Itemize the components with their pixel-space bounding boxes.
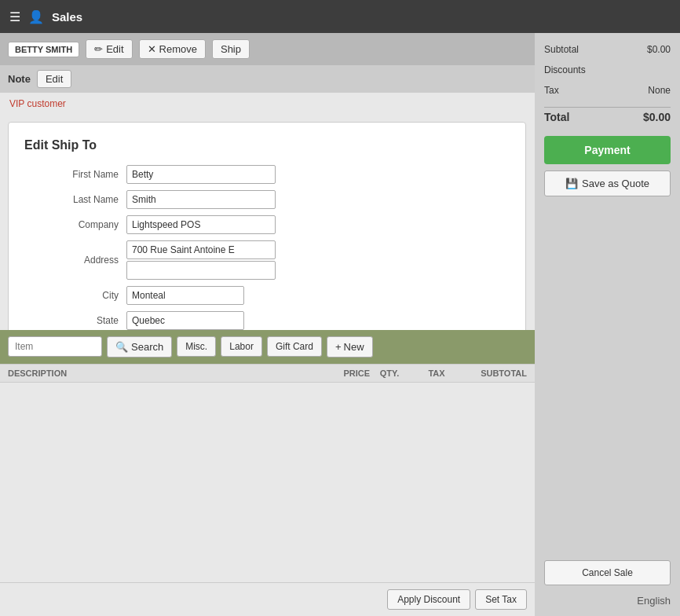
pencil-icon: ✏ — [94, 43, 103, 55]
company-row: Company — [24, 215, 510, 234]
remove-customer-label: Remove — [159, 43, 197, 55]
subtotal-value: $0.00 — [647, 44, 671, 55]
modal-title: Edit Ship To — [24, 138, 510, 152]
table-header: DESCRIPTION PRICE QTY. TAX SUBTOTAL — [0, 364, 535, 383]
edit-note-button[interactable]: Edit — [37, 70, 71, 88]
city-row: City — [24, 286, 510, 305]
labor-button[interactable]: Labor — [221, 336, 262, 357]
apply-discount-button[interactable]: Apply Discount — [387, 589, 470, 610]
search-button[interactable]: 🔍 Search — [107, 336, 172, 358]
right-spacer — [544, 203, 671, 554]
subtotal-label: Subtotal — [544, 44, 579, 55]
address-row: Address — [24, 240, 510, 280]
vip-text: VIP customer — [9, 98, 66, 109]
last-name-input[interactable] — [126, 190, 276, 209]
hamburger-icon[interactable]: ☰ — [9, 9, 20, 24]
save-quote-label: Save as Quote — [582, 178, 649, 189]
edit-ship-to-modal: Edit Ship To First Name Last Name Compan… — [8, 122, 526, 330]
action-row: Apply Discount Set Tax — [0, 582, 535, 616]
plus-icon: + — [335, 341, 342, 353]
company-input[interactable] — [126, 215, 276, 234]
ship-button[interactable]: Ship — [212, 39, 250, 59]
col-description: DESCRIPTION — [8, 368, 323, 378]
gift-card-button[interactable]: Gift Card — [267, 336, 322, 357]
misc-button[interactable]: Misc. — [177, 336, 216, 357]
search-icon: 🔍 — [115, 341, 128, 353]
last-name-label: Last Name — [24, 194, 119, 205]
note-section: Note Edit — [0, 65, 535, 93]
address-line1-input[interactable] — [126, 240, 276, 259]
right-panel: Subtotal $0.00 Discounts Tax None Total … — [535, 33, 680, 616]
main-layout: BETTY SMITH ✏ Edit ✕ Remove Ship Note Ed… — [0, 33, 680, 616]
address-line2-input[interactable] — [126, 261, 276, 280]
state-label: State — [24, 315, 119, 326]
note-label: Note — [8, 73, 31, 85]
company-label: Company — [24, 219, 119, 230]
city-input[interactable] — [126, 286, 244, 305]
last-name-row: Last Name — [24, 190, 510, 209]
left-panel: BETTY SMITH ✏ Edit ✕ Remove Ship Note Ed… — [0, 33, 535, 616]
col-qty: QTY. — [370, 368, 409, 378]
city-label: City — [24, 290, 119, 301]
address-label: Address — [24, 255, 119, 266]
subtotal-row: Subtotal $0.00 — [544, 42, 671, 57]
customer-bar: BETTY SMITH ✏ Edit ✕ Remove Ship — [0, 33, 535, 65]
edit-customer-label: Edit — [106, 43, 123, 55]
user-icon: 👤 — [28, 9, 44, 24]
customer-badge: BETTY SMITH — [8, 42, 79, 57]
first-name-input[interactable] — [126, 165, 276, 184]
col-price: PRICE — [323, 368, 370, 378]
new-label: New — [344, 341, 364, 353]
tax-label: Tax — [544, 85, 559, 96]
remove-customer-button[interactable]: ✕ Remove — [139, 39, 206, 59]
state-input[interactable] — [126, 311, 244, 330]
new-button[interactable]: + New — [327, 336, 373, 358]
total-value: $0.00 — [643, 111, 671, 123]
state-row: State — [24, 311, 510, 330]
set-tax-button[interactable]: Set Tax — [475, 589, 527, 610]
cancel-sale-button[interactable]: Cancel Sale — [544, 560, 671, 585]
floppy-icon: 💾 — [565, 178, 578, 189]
language-label: English — [637, 595, 671, 607]
col-subtotal: SUBTOTAL — [464, 368, 527, 378]
remove-icon: ✕ — [148, 43, 156, 55]
top-bar: ☰ 👤 Sales — [0, 0, 680, 33]
item-input[interactable] — [8, 336, 102, 357]
total-row: Total $0.00 — [544, 107, 671, 126]
first-name-label: First Name — [24, 169, 119, 180]
payment-button[interactable]: Payment — [544, 136, 671, 164]
discounts-row: Discounts — [544, 63, 671, 77]
bottom-toolbar: 🔍 Search Misc. Labor Gift Card + New — [0, 330, 535, 364]
col-tax: TAX — [409, 368, 464, 378]
table-empty — [0, 383, 535, 583]
vip-bar: VIP customer — [0, 93, 535, 114]
save-quote-button[interactable]: 💾 Save as Quote — [544, 170, 671, 196]
tax-value: None — [648, 85, 671, 96]
modal-container: Edit Ship To First Name Last Name Compan… — [0, 114, 535, 330]
discounts-label: Discounts — [544, 64, 586, 75]
edit-note-label: Edit — [46, 73, 63, 85]
language-bar: English — [544, 592, 671, 607]
ship-label: Ship — [221, 43, 241, 55]
first-name-row: First Name — [24, 165, 510, 184]
tax-row: Tax None — [544, 83, 671, 97]
search-label: Search — [131, 341, 163, 353]
app-title: Sales — [52, 10, 82, 24]
total-label: Total — [544, 111, 569, 123]
edit-customer-button[interactable]: ✏ Edit — [86, 39, 132, 59]
